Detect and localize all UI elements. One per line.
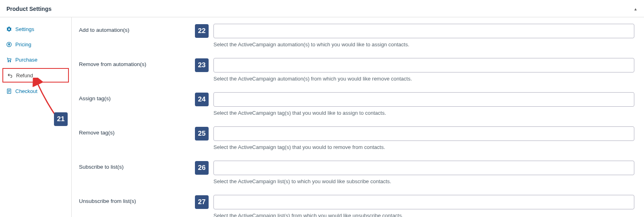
sidebar-item-label: Purchase: [15, 57, 37, 63]
return-icon: [6, 72, 13, 79]
sidebar-item-checkout[interactable]: Checkout: [0, 83, 71, 99]
field-help: Select the ActiveCampaign tag(s) that yo…: [213, 144, 634, 150]
field-help: Select the ActiveCampaign automation(s) …: [213, 41, 634, 48]
sidebar-item-settings[interactable]: Settings: [0, 21, 71, 37]
sidebar-item-refund[interactable]: Refund: [2, 68, 69, 83]
main-content: Add to automation(s) 22 Select the Activ…: [72, 17, 644, 217]
sidebar-item-label: Refund: [16, 72, 33, 79]
field-callout-badge: 27: [195, 195, 209, 209]
field-label: Subscribe to list(s): [79, 161, 195, 170]
gear-icon: [6, 26, 12, 32]
unsubscribe-from-lists-input[interactable]: [213, 195, 634, 209]
cart-icon: [6, 56, 12, 63]
field-label: Remove tag(s): [79, 126, 195, 136]
svg-point-1: [8, 61, 8, 62]
field-callout-badge: 23: [195, 58, 209, 72]
field-callout-badge: 24: [195, 93, 209, 106]
field-assign-tags: Assign tag(s) 24 Select the ActiveCampai…: [79, 92, 634, 123]
field-remove-from-automations: Remove from automation(s) 23 Select the …: [79, 58, 634, 89]
field-callout-badge: 26: [195, 161, 209, 175]
svg-point-2: [10, 61, 10, 62]
remove-tags-input[interactable]: [213, 126, 634, 141]
field-callout-badge: 22: [195, 24, 209, 38]
dollar-icon: [6, 41, 12, 48]
collapse-caret-icon[interactable]: ▲: [634, 7, 638, 11]
field-help: Select the ActiveCampaign list(s) to whi…: [213, 178, 634, 184]
field-help: Select the ActiveCampaign automation(s) …: [213, 76, 634, 82]
sidebar-item-purchase[interactable]: Purchase: [0, 52, 71, 67]
field-callout-badge: 25: [195, 127, 209, 141]
panel-title: Product Settings: [6, 6, 52, 12]
field-unsubscribe-from-lists: Unsubscribe from list(s) 27 Select the A…: [79, 195, 634, 217]
panel-header: Product Settings ▲: [0, 0, 644, 17]
subscribe-to-lists-input[interactable]: [213, 161, 634, 175]
sidebar-item-label: Settings: [15, 26, 34, 32]
field-remove-tags: Remove tag(s) 25 Select the ActiveCampai…: [79, 126, 634, 157]
field-help: Select the ActiveCampaign tag(s) that yo…: [213, 110, 634, 116]
field-label: Unsubscribe from list(s): [79, 195, 195, 204]
sidebar-item-label: Checkout: [15, 88, 37, 94]
field-label: Add to automation(s): [79, 24, 195, 33]
field-help: Select the ActiveCampaign list(s) from w…: [213, 213, 634, 217]
field-label: Remove from automation(s): [79, 58, 195, 67]
page-icon: [6, 88, 12, 94]
callout-badge-text: 21: [57, 115, 65, 123]
add-to-automations-input[interactable]: [213, 24, 634, 38]
layout: Settings Pricing Purchase Refund Checkou: [0, 17, 644, 217]
field-label: Assign tag(s): [79, 92, 195, 101]
field-subscribe-to-lists: Subscribe to list(s) 26 Select the Activ…: [79, 161, 634, 192]
remove-from-automations-input[interactable]: [213, 58, 634, 72]
callout-badge-sidebar: 21: [54, 112, 68, 126]
sidebar-item-pricing[interactable]: Pricing: [0, 37, 71, 52]
sidebar-item-label: Pricing: [15, 41, 31, 48]
field-add-to-automations: Add to automation(s) 22 Select the Activ…: [79, 24, 634, 55]
assign-tags-input[interactable]: [213, 92, 634, 107]
